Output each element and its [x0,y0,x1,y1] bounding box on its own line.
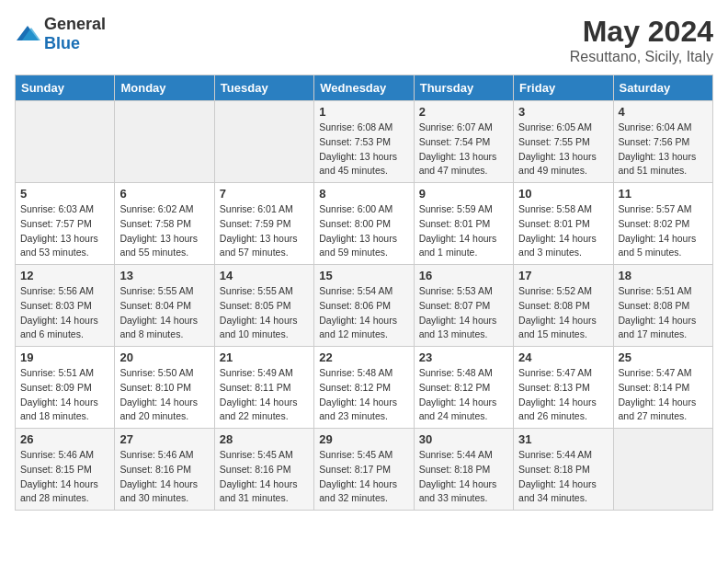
cell-info-text: Sunrise: 5:55 AM Sunset: 8:04 PM Dayligh… [119,284,209,342]
week-row-0: 1Sunrise: 6:08 AM Sunset: 7:53 PM Daylig… [16,101,713,183]
calendar-cell: 2Sunrise: 6:07 AM Sunset: 7:54 PM Daylig… [414,101,513,183]
cell-info-text: Sunrise: 6:02 AM Sunset: 7:58 PM Dayligh… [119,202,209,260]
calendar-cell [613,429,712,511]
cell-info-text: Sunrise: 5:48 AM Sunset: 8:12 PM Dayligh… [419,366,508,424]
week-row-4: 26Sunrise: 5:46 AM Sunset: 8:15 PM Dayli… [16,429,713,511]
col-header-sunday: Sunday [16,75,115,101]
cell-date-number: 2 [419,105,508,119]
cell-date-number: 11 [619,187,708,201]
cell-info-text: Sunrise: 6:01 AM Sunset: 7:59 PM Dayligh… [220,202,309,260]
calendar-cell: 25Sunrise: 5:47 AM Sunset: 8:14 PM Dayli… [613,347,712,429]
cell-info-text: Sunrise: 6:07 AM Sunset: 7:54 PM Dayligh… [419,121,508,178]
logo-general: General [44,15,106,33]
cell-info-text: Sunrise: 6:04 AM Sunset: 7:56 PM Dayligh… [619,121,708,178]
cell-info-text: Sunrise: 5:55 AM Sunset: 8:05 PM Dayligh… [220,284,309,342]
cell-info-text: Sunrise: 5:46 AM Sunset: 8:15 PM Dayligh… [20,448,109,506]
calendar-cell: 7Sunrise: 6:01 AM Sunset: 7:59 PM Daylig… [214,183,313,265]
cell-date-number: 21 [220,350,309,364]
calendar-cell: 3Sunrise: 6:05 AM Sunset: 7:55 PM Daylig… [514,101,613,183]
calendar-cell: 1Sunrise: 6:08 AM Sunset: 7:53 PM Daylig… [314,101,414,183]
cell-date-number: 19 [20,350,109,364]
cell-date-number: 3 [518,105,608,119]
calendar-cell: 23Sunrise: 5:48 AM Sunset: 8:12 PM Dayli… [414,347,513,429]
cell-date-number: 27 [119,432,209,446]
cell-date-number: 9 [419,187,508,201]
cell-date-number: 26 [20,432,109,446]
logo-icon [15,24,40,44]
cell-info-text: Sunrise: 6:05 AM Sunset: 7:55 PM Dayligh… [518,121,608,178]
calendar-cell: 26Sunrise: 5:46 AM Sunset: 8:15 PM Dayli… [16,429,115,511]
cell-info-text: Sunrise: 5:45 AM Sunset: 8:16 PM Dayligh… [220,448,309,506]
cell-info-text: Sunrise: 5:48 AM Sunset: 8:12 PM Dayligh… [319,366,408,424]
calendar-cell: 13Sunrise: 5:55 AM Sunset: 8:04 PM Dayli… [115,265,214,347]
cell-date-number: 1 [319,105,408,119]
subtitle: Resuttano, Sicily, Italy [570,49,713,65]
cell-date-number: 18 [619,269,708,282]
main-title: May 2024 [570,15,713,49]
cell-date-number: 22 [319,350,408,364]
week-row-2: 12Sunrise: 5:56 AM Sunset: 8:03 PM Dayli… [16,265,713,347]
week-row-1: 5Sunrise: 6:03 AM Sunset: 7:57 PM Daylig… [16,183,713,265]
cell-info-text: Sunrise: 6:00 AM Sunset: 8:00 PM Dayligh… [319,202,408,260]
header-row: SundayMondayTuesdayWednesdayThursdayFrid… [16,75,713,101]
cell-info-text: Sunrise: 5:54 AM Sunset: 8:06 PM Dayligh… [319,284,408,342]
calendar-cell: 16Sunrise: 5:53 AM Sunset: 8:07 PM Dayli… [414,265,513,347]
calendar-cell [16,101,115,183]
calendar-cell: 11Sunrise: 5:57 AM Sunset: 8:02 PM Dayli… [613,183,712,265]
calendar-cell: 4Sunrise: 6:04 AM Sunset: 7:56 PM Daylig… [613,101,712,183]
calendar-cell [214,101,313,183]
col-header-wednesday: Wednesday [314,75,414,101]
cell-date-number: 28 [220,432,309,446]
cell-info-text: Sunrise: 5:51 AM Sunset: 8:09 PM Dayligh… [20,366,109,424]
cell-info-text: Sunrise: 5:59 AM Sunset: 8:01 PM Dayligh… [419,202,508,260]
calendar-cell: 5Sunrise: 6:03 AM Sunset: 7:57 PM Daylig… [16,183,115,265]
calendar-cell: 15Sunrise: 5:54 AM Sunset: 8:06 PM Dayli… [314,265,414,347]
col-header-monday: Monday [115,75,214,101]
cell-date-number: 31 [518,432,608,446]
calendar-cell: 28Sunrise: 5:45 AM Sunset: 8:16 PM Dayli… [214,429,313,511]
calendar-cell: 14Sunrise: 5:55 AM Sunset: 8:05 PM Dayli… [214,265,313,347]
calendar-cell [115,101,214,183]
title-area: May 2024 Resuttano, Sicily, Italy [570,15,713,65]
cell-info-text: Sunrise: 5:45 AM Sunset: 8:17 PM Dayligh… [319,448,408,506]
cell-date-number: 16 [419,269,508,282]
cell-info-text: Sunrise: 5:44 AM Sunset: 8:18 PM Dayligh… [419,448,508,506]
calendar-table: SundayMondayTuesdayWednesdayThursdayFrid… [15,75,713,511]
cell-date-number: 29 [319,432,408,446]
cell-info-text: Sunrise: 5:56 AM Sunset: 8:03 PM Dayligh… [20,284,109,342]
cell-info-text: Sunrise: 5:53 AM Sunset: 8:07 PM Dayligh… [419,284,508,342]
cell-date-number: 7 [220,187,309,201]
cell-date-number: 6 [119,187,209,201]
calendar-cell: 31Sunrise: 5:44 AM Sunset: 8:18 PM Dayli… [514,429,613,511]
cell-date-number: 17 [518,269,608,282]
cell-date-number: 12 [20,269,109,282]
calendar-cell: 19Sunrise: 5:51 AM Sunset: 8:09 PM Dayli… [16,347,115,429]
calendar-cell: 24Sunrise: 5:47 AM Sunset: 8:13 PM Dayli… [514,347,613,429]
cell-info-text: Sunrise: 5:57 AM Sunset: 8:02 PM Dayligh… [619,202,708,260]
calendar-cell: 30Sunrise: 5:44 AM Sunset: 8:18 PM Dayli… [414,429,513,511]
calendar-cell: 18Sunrise: 5:51 AM Sunset: 8:08 PM Dayli… [613,265,712,347]
calendar-cell: 22Sunrise: 5:48 AM Sunset: 8:12 PM Dayli… [314,347,414,429]
cell-date-number: 8 [319,187,408,201]
cell-date-number: 25 [619,350,708,364]
cell-date-number: 5 [20,187,109,201]
calendar-cell: 21Sunrise: 5:49 AM Sunset: 8:11 PM Dayli… [214,347,313,429]
calendar-cell: 29Sunrise: 5:45 AM Sunset: 8:17 PM Dayli… [314,429,414,511]
calendar-cell: 17Sunrise: 5:52 AM Sunset: 8:08 PM Dayli… [514,265,613,347]
calendar-cell: 20Sunrise: 5:50 AM Sunset: 8:10 PM Dayli… [115,347,214,429]
cell-info-text: Sunrise: 6:08 AM Sunset: 7:53 PM Dayligh… [319,121,408,178]
cell-info-text: Sunrise: 5:49 AM Sunset: 8:11 PM Dayligh… [220,366,309,424]
cell-info-text: Sunrise: 6:03 AM Sunset: 7:57 PM Dayligh… [20,202,109,260]
cell-date-number: 23 [419,350,508,364]
header: General Blue May 2024 Resuttano, Sicily,… [15,15,713,65]
cell-info-text: Sunrise: 5:44 AM Sunset: 8:18 PM Dayligh… [518,448,608,506]
cell-date-number: 10 [518,187,608,201]
col-header-tuesday: Tuesday [214,75,313,101]
cell-date-number: 20 [119,350,209,364]
cell-date-number: 24 [518,350,608,364]
week-row-3: 19Sunrise: 5:51 AM Sunset: 8:09 PM Dayli… [16,347,713,429]
logo-blue: Blue [44,34,80,52]
cell-date-number: 15 [319,269,408,282]
cell-date-number: 13 [119,269,209,282]
cell-info-text: Sunrise: 5:51 AM Sunset: 8:08 PM Dayligh… [619,284,708,342]
